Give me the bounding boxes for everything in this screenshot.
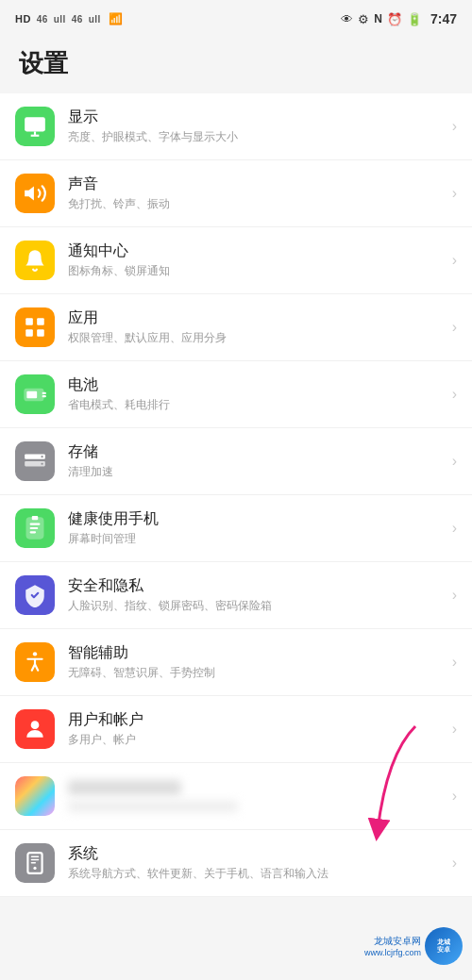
settings-item-notification[interactable]: 通知中心 图标角标、锁屏通知 ›: [0, 227, 472, 294]
apps-title: 应用: [68, 308, 445, 328]
system-arrow: ›: [452, 855, 457, 872]
accounts-icon: [23, 717, 47, 741]
display-arrow: ›: [452, 118, 457, 135]
apps-icon-wrapper: [15, 307, 55, 347]
storage-icon: [23, 449, 47, 473]
watermark: 龙城安卓网 www.lcjrfg.com 龙城安卓: [364, 927, 463, 965]
battery-subtitle: 省电模式、耗电排行: [68, 397, 445, 413]
security-arrow: ›: [452, 587, 457, 604]
svg-rect-0: [25, 117, 45, 131]
sound-icon: [23, 181, 47, 206]
time-display: 7:47: [430, 11, 457, 26]
display-item-text: 显示 亮度、护眼模式、字体与显示大小: [68, 108, 445, 145]
accounts-item-text: 用户和帐户 多用户、帐户: [68, 710, 445, 748]
health-icon-wrapper: [15, 508, 55, 548]
battery-settings-icon: [23, 382, 47, 407]
notification-title: 通知中心: [68, 241, 445, 261]
accessibility-title: 智能辅助: [68, 643, 445, 663]
sound-arrow: ›: [452, 185, 457, 202]
apps-subtitle: 权限管理、默认应用、应用分身: [68, 330, 445, 346]
display-title: 显示: [68, 108, 445, 127]
display-subtitle: 亮度、护眼模式、字体与显示大小: [68, 129, 445, 145]
health-icon: [23, 516, 47, 540]
svg-point-15: [42, 463, 43, 465]
accessibility-icon-wrapper: [15, 642, 55, 682]
alarm-icon: ⏰: [387, 12, 402, 26]
svg-point-14: [42, 456, 43, 457]
eye-icon: 👁: [341, 12, 353, 26]
display-icon-wrapper: [15, 107, 55, 146]
settings-item-battery[interactable]: 电池 省电模式、耗电排行 ›: [0, 361, 472, 428]
storage-subtitle: 清理加速: [68, 464, 445, 480]
accessibility-icon: [23, 650, 47, 674]
battery-icon: 🔋: [407, 12, 422, 26]
system-title: 系统: [68, 844, 445, 864]
apps-arrow: ›: [452, 319, 457, 336]
notification-icon: [23, 248, 47, 273]
watermark-site: www.lcjrfg.com: [364, 948, 421, 957]
storage-title: 存储: [68, 442, 445, 462]
svg-rect-5: [37, 318, 44, 325]
accounts-arrow: ›: [452, 721, 457, 738]
security-title: 安全和隐私: [68, 576, 445, 596]
accessibility-subtitle: 无障碍、智慧识屏、手势控制: [68, 665, 445, 681]
display-icon: [23, 114, 47, 139]
accessibility-item-text: 智能辅助 无障碍、智慧识屏、手势控制: [68, 643, 445, 681]
battery-title: 电池: [68, 375, 445, 395]
settings-item-security[interactable]: 安全和隐私 人脸识别、指纹、锁屏密码、密码保险箱 ›: [0, 562, 472, 629]
svg-point-27: [33, 867, 36, 870]
security-icon: [23, 583, 47, 607]
blurred-arrow: ›: [452, 788, 457, 805]
notification-icon-wrapper: [15, 241, 55, 280]
svg-rect-25: [31, 859, 40, 861]
system-item-text: 系统 系统导航方式、软件更新、关于手机、语言和输入法: [68, 844, 445, 882]
system-subtitle: 系统导航方式、软件更新、关于手机、语言和输入法: [68, 866, 445, 882]
svg-rect-7: [37, 329, 44, 337]
nfc-icon: N: [374, 12, 382, 25]
settings-item-accounts[interactable]: 用户和帐户 多用户、帐户 ›: [0, 696, 472, 763]
status-left-icons: HD 46 ull 46 ull 📶: [15, 12, 123, 25]
notification-item-text: 通知中心 图标角标、锁屏通知: [68, 241, 445, 279]
settings-item-blurred[interactable]: ›: [0, 763, 472, 830]
watermark-label: 龙城安卓网: [374, 935, 421, 948]
settings-list: 显示 亮度、护眼模式、字体与显示大小 › 声音 免打扰、铃声、振动 ›: [0, 93, 472, 897]
accessibility-arrow: ›: [452, 654, 457, 671]
screenshot-icon: ⚙: [358, 12, 369, 26]
storage-icon-wrapper: [15, 441, 55, 481]
storage-arrow: ›: [452, 453, 457, 470]
svg-rect-6: [25, 329, 33, 337]
battery-icon-wrapper: [15, 374, 55, 414]
sound-title: 声音: [68, 174, 445, 194]
accounts-title: 用户和帐户: [68, 710, 445, 730]
apps-icon: [23, 315, 47, 340]
health-item-text: 健康使用手机 屏幕时间管理: [68, 509, 445, 547]
health-subtitle: 屏幕时间管理: [68, 531, 445, 547]
settings-item-health[interactable]: 健康使用手机 屏幕时间管理 ›: [0, 495, 472, 562]
system-icon: [23, 851, 47, 875]
blurred-icon: [15, 776, 55, 816]
blurred-subtitle: [68, 801, 238, 812]
svg-point-21: [33, 652, 37, 656]
svg-rect-4: [25, 318, 33, 325]
svg-rect-20: [32, 516, 39, 520]
health-title: 健康使用手机: [68, 509, 445, 529]
accounts-subtitle: 多用户、帐户: [68, 732, 445, 748]
settings-item-sound[interactable]: 声音 免打扰、铃声、振动 ›: [0, 160, 472, 227]
page-title: 设置: [0, 38, 472, 93]
settings-item-apps[interactable]: 应用 权限管理、默认应用、应用分身 ›: [0, 294, 472, 361]
accounts-icon-wrapper: [15, 709, 55, 749]
settings-item-accessibility[interactable]: 智能辅助 无障碍、智慧识屏、手势控制 ›: [0, 629, 472, 696]
security-icon-wrapper: [15, 575, 55, 615]
apps-item-text: 应用 权限管理、默认应用、应用分身: [68, 308, 445, 346]
system-icon-wrapper: [15, 843, 55, 883]
storage-item-text: 存储 清理加速: [68, 442, 445, 480]
blurred-title: [68, 780, 181, 795]
settings-item-display[interactable]: 显示 亮度、护眼模式、字体与显示大小 ›: [0, 93, 472, 160]
svg-point-22: [31, 721, 40, 729]
settings-item-system[interactable]: 系统 系统导航方式、软件更新、关于手机、语言和输入法 ›: [0, 830, 472, 897]
svg-marker-3: [25, 186, 34, 200]
svg-rect-9: [26, 391, 37, 399]
health-arrow: ›: [452, 520, 457, 537]
notification-arrow: ›: [452, 252, 457, 269]
settings-item-storage[interactable]: 存储 清理加速 ›: [0, 428, 472, 495]
